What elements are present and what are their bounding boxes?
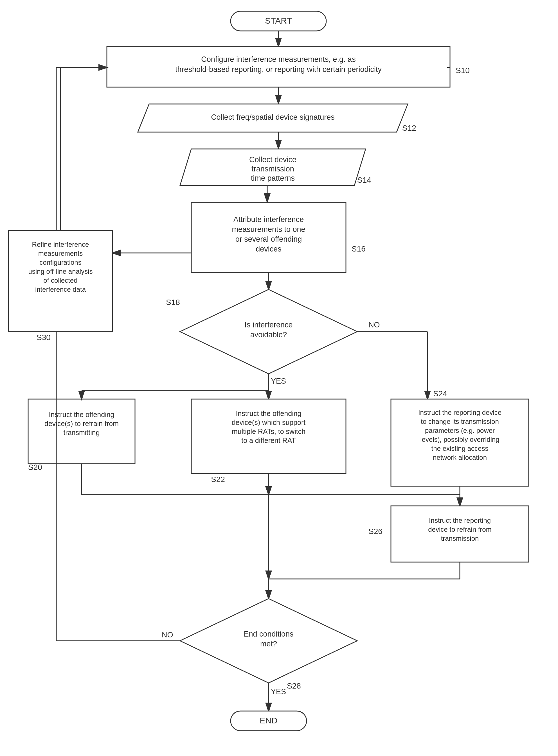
- svg-text:S24: S24: [433, 389, 447, 398]
- svg-text:of collected: of collected: [43, 276, 77, 284]
- svg-text:Refine interference: Refine interference: [32, 241, 89, 248]
- svg-text:Instruct the offending: Instruct the offending: [236, 409, 301, 417]
- svg-text:device(s) to refrain from: device(s) to refrain from: [45, 420, 119, 428]
- svg-text:parameters (e.g. power: parameters (e.g. power: [425, 427, 495, 434]
- svg-text:S28: S28: [287, 681, 301, 690]
- svg-text:S22: S22: [211, 475, 225, 484]
- svg-text:avoidable?: avoidable?: [250, 330, 287, 339]
- svg-text:End conditions: End conditions: [244, 630, 293, 638]
- svg-text:S12: S12: [402, 124, 416, 132]
- svg-text:END: END: [260, 716, 277, 725]
- svg-text:S30: S30: [36, 333, 51, 342]
- svg-text:S16: S16: [352, 244, 365, 253]
- svg-text:Attribute interference: Attribute interference: [233, 215, 304, 224]
- svg-rect-51: [391, 399, 529, 486]
- svg-text:configurations: configurations: [40, 259, 81, 266]
- svg-text:device to refrain from: device to refrain from: [428, 525, 491, 533]
- svg-text:network allocation: network allocation: [433, 454, 487, 461]
- svg-rect-1: [231, 11, 326, 31]
- svg-marker-10: [138, 104, 408, 132]
- svg-text:interference data: interference data: [35, 286, 86, 293]
- svg-text:S26: S26: [369, 527, 382, 536]
- svg-text:threshold-based reporting, or : threshold-based reporting, or reporting …: [175, 65, 382, 74]
- svg-marker-27: [180, 290, 357, 374]
- svg-text:to change its transmission: to change its transmission: [421, 417, 499, 425]
- svg-text:to a different RAT: to a different RAT: [241, 436, 296, 444]
- svg-text:transmitting: transmitting: [63, 429, 100, 436]
- svg-text:Instruct the reporting device: Instruct the reporting device: [418, 409, 502, 416]
- svg-text:NO: NO: [369, 321, 380, 329]
- svg-text:S20: S20: [28, 463, 42, 471]
- svg-text:S10: S10: [456, 66, 470, 75]
- svg-text:device(s) which support: device(s) which support: [232, 418, 306, 426]
- svg-text:S14: S14: [357, 176, 371, 184]
- svg-rect-81: [231, 711, 307, 731]
- svg-text:Collect freq/spatial device si: Collect freq/spatial device signatures: [211, 113, 335, 122]
- svg-rect-4: [107, 46, 450, 87]
- svg-text:using off-line analysis: using off-line analysis: [28, 268, 93, 275]
- svg-text:measurements to one: measurements to one: [232, 225, 305, 234]
- svg-text:or several offending: or several offending: [235, 235, 302, 243]
- svg-text:Collect device: Collect device: [249, 155, 297, 164]
- svg-text:Instruct the offending: Instruct the offending: [49, 411, 114, 418]
- svg-text:devices: devices: [256, 245, 281, 253]
- svg-text:levels), possibly overriding: levels), possibly overriding: [420, 436, 499, 443]
- svg-text:YES: YES: [271, 377, 286, 385]
- svg-text:time patterns: time patterns: [251, 174, 295, 182]
- svg-rect-61: [391, 506, 529, 562]
- svg-marker-14: [180, 149, 365, 186]
- svg-rect-20: [191, 202, 346, 273]
- svg-marker-71: [180, 599, 357, 683]
- svg-text:NO: NO: [162, 631, 173, 639]
- svg-text:START: START: [265, 16, 292, 25]
- svg-text:YES: YES: [271, 687, 286, 696]
- svg-text:Instruct the reporting: Instruct the reporting: [429, 517, 491, 524]
- svg-text:measurements: measurements: [38, 249, 83, 257]
- svg-text:S18: S18: [166, 298, 180, 306]
- svg-text:transmission: transmission: [441, 535, 479, 542]
- svg-rect-83: [8, 231, 112, 332]
- svg-text:Configure interference measure: Configure interference measurements, e.g…: [201, 55, 355, 63]
- svg-text:Is interference: Is interference: [245, 321, 293, 329]
- svg-text:the existing access: the existing access: [431, 444, 488, 452]
- svg-rect-37: [28, 399, 135, 464]
- svg-text:met?: met?: [260, 640, 277, 648]
- svg-rect-45: [191, 399, 346, 474]
- flowchart-diagram: START Configure interference measurement…: [0, 0, 558, 756]
- svg-text:multiple RATs, to switch: multiple RATs, to switch: [232, 428, 305, 435]
- svg-text:transmission: transmission: [251, 165, 294, 173]
